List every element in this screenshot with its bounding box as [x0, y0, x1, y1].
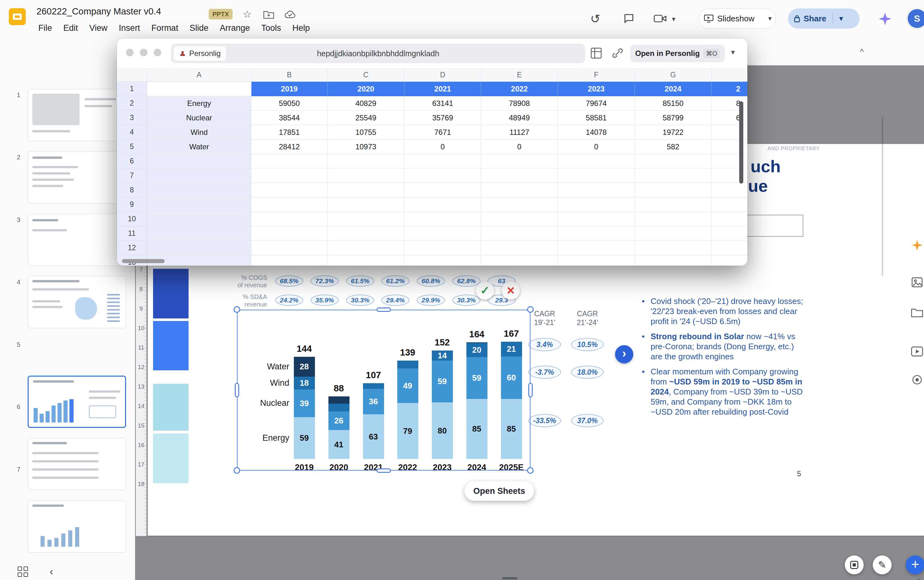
meet-caret-icon[interactable]: ▾ [672, 15, 676, 23]
edit-button[interactable]: ✎ [873, 555, 892, 574]
video-panel-icon[interactable] [910, 344, 924, 358]
sheet-cell[interactable] [712, 226, 747, 241]
menu-tools[interactable]: Tools [261, 23, 281, 33]
sheet-horizontal-scrollbar[interactable] [122, 259, 165, 263]
corner-chevron-icon[interactable]: « [916, 575, 921, 580]
target-panel-icon[interactable] [910, 373, 924, 387]
sheet-column-header[interactable]: F [558, 69, 635, 82]
slide-thumbnail-3[interactable] [28, 214, 126, 266]
collapse-filmstrip-icon[interactable]: ‹ [50, 565, 53, 577]
sheet-cell[interactable]: 2022 [481, 82, 558, 96]
folder-panel-icon[interactable] [910, 306, 924, 320]
window-minimize-button[interactable] [140, 49, 147, 56]
sheet-cell[interactable] [404, 226, 481, 241]
selection-handle-bottom-left[interactable] [233, 467, 240, 474]
sheet-cell[interactable] [147, 168, 252, 183]
version-history-icon[interactable]: ↺ [590, 12, 600, 26]
sheet-cell[interactable] [635, 226, 712, 241]
sheet-cell[interactable] [558, 226, 635, 241]
sheet-row-header[interactable]: 1 [117, 82, 147, 96]
sheet-cell[interactable] [147, 226, 252, 241]
profile-tab[interactable]: Personlig [173, 46, 226, 61]
sheet-cell[interactable]: Wind [147, 125, 252, 140]
sheet-cell[interactable] [404, 183, 481, 198]
sheet-cell[interactable] [712, 241, 747, 255]
copy-link-icon[interactable] [612, 47, 623, 60]
sheet-column-header[interactable]: C [327, 69, 404, 82]
selection-handle-middle-left[interactable] [235, 383, 239, 397]
capture-frame-button[interactable] [845, 555, 864, 574]
sheet-cell[interactable]: 2019 [252, 82, 327, 96]
canvas-scrollbar[interactable] [882, 117, 883, 276]
sheet-cell[interactable]: 40829 [327, 96, 404, 110]
sheet-cell[interactable]: Energy [147, 96, 252, 110]
slideshow-button[interactable]: Slideshow ▾ [699, 8, 776, 29]
sheet-cell[interactable] [404, 212, 481, 226]
menu-format[interactable]: Format [151, 23, 179, 33]
sparkle-icon[interactable] [910, 238, 924, 252]
sheet-cell[interactable] [252, 183, 327, 198]
cloud-saved-icon[interactable] [284, 10, 296, 19]
sheet-row-header[interactable]: 4 [117, 125, 147, 140]
sheet-cell[interactable] [404, 198, 481, 212]
sheet-cell[interactable] [252, 212, 327, 226]
sheet-column-header[interactable]: A [147, 69, 252, 82]
selection-handle-bottom-right[interactable] [527, 467, 534, 474]
sheet-cell[interactable]: 14078 [558, 125, 635, 140]
sheet-cell[interactable] [558, 168, 635, 183]
sheet-cell[interactable] [481, 154, 558, 168]
sheet-row-header[interactable]: 8 [117, 183, 147, 198]
sheet-cell[interactable] [327, 226, 404, 241]
slide-thumbnail-4[interactable] [28, 276, 126, 328]
sheet-column-header[interactable] [117, 69, 147, 82]
sheet-cell[interactable] [481, 212, 558, 226]
sheet-column-header[interactable] [712, 69, 747, 82]
sheet-cell[interactable] [252, 198, 327, 212]
sheet-cell[interactable]: 25549 [327, 110, 404, 125]
sheet-cell[interactable]: 10755 [327, 125, 404, 140]
sheet-cell[interactable]: 79674 [558, 96, 635, 110]
menu-slide[interactable]: Slide [189, 23, 208, 33]
sheet-column-header[interactable]: B [252, 69, 327, 82]
sheet-row-header[interactable]: 7 [117, 168, 147, 183]
sheet-cell[interactable] [635, 241, 712, 255]
sheet-cell[interactable] [252, 154, 327, 168]
selection-handle-top-right[interactable] [527, 306, 534, 313]
sheet-cell[interactable]: 48949 [481, 110, 558, 125]
move-folder-icon[interactable] [263, 10, 274, 19]
sheet-cell[interactable] [147, 212, 252, 226]
sheet-cell[interactable] [558, 255, 635, 265]
sheet-cell[interactable] [147, 198, 252, 212]
gemini-icon[interactable] [879, 13, 891, 25]
slides-app-icon[interactable] [9, 8, 26, 25]
window-zoom-button[interactable] [154, 49, 161, 56]
sheet-cell[interactable] [635, 168, 712, 183]
selection-handle-top-middle[interactable] [377, 307, 391, 312]
url-bar[interactable]: hepdjjdkiaonbpilkbnbhddlmgnkladh Personl… [171, 44, 585, 63]
sheet-cell[interactable]: 78908 [481, 96, 558, 110]
sheet-cell[interactable] [404, 168, 481, 183]
slideshow-caret-icon[interactable]: ▾ [768, 15, 772, 23]
sheet-cell[interactable] [712, 198, 747, 212]
sheet-cell[interactable]: 85150 [635, 96, 712, 110]
sheet-cell[interactable] [147, 82, 252, 96]
sheet-cell[interactable] [147, 154, 252, 168]
open-in-app-button[interactable]: Open in Personlig ⌘O [630, 44, 725, 62]
sheet-cell[interactable]: Water [147, 140, 252, 154]
sheet-cell[interactable] [712, 183, 747, 198]
sheet-cell[interactable]: 2023 [558, 82, 635, 96]
sheet-cell[interactable]: 7671 [404, 125, 481, 140]
sheet-cell[interactable] [558, 212, 635, 226]
sheet-cell[interactable]: 59050 [252, 96, 327, 110]
sheet-vertical-scrollbar[interactable] [739, 101, 743, 184]
sheet-cell[interactable]: 58581 [558, 110, 635, 125]
sheet-cell[interactable] [327, 198, 404, 212]
sheet-column-header[interactable]: D [404, 69, 481, 82]
sheet-cell[interactable] [481, 255, 558, 265]
menu-arrange[interactable]: Arrange [220, 23, 250, 33]
slide-thumbnail-5-selected[interactable] [28, 376, 126, 428]
sheet-column-header[interactable]: G [635, 69, 712, 82]
sheet-cell[interactable]: 582 [635, 140, 712, 154]
sheet-cell[interactable]: 19722 [635, 125, 712, 140]
add-button[interactable]: + [906, 555, 924, 574]
